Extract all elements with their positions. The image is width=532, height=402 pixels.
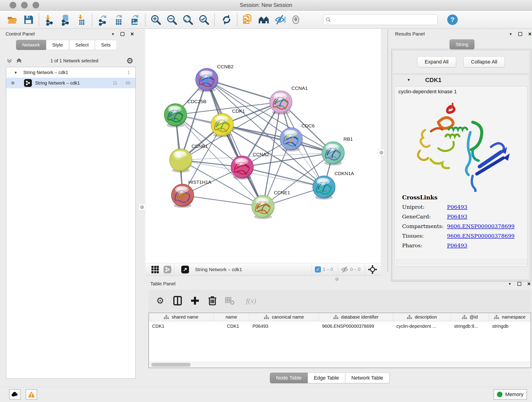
results-panel-title: Results Panel [395,31,425,37]
warning-button[interactable] [26,389,37,400]
table-hscrollbar-thumb[interactable] [151,363,191,367]
panel-close-icon[interactable]: × [527,282,531,286]
tab-network[interactable]: Network [16,40,46,50]
network-row-label: String Network – cdk1 [35,80,80,86]
network-node-CCNE1[interactable] [252,195,274,219]
zoom-fit-icon[interactable] [182,14,194,26]
table-hscrollbar[interactable] [149,362,531,368]
open-in-window-icon[interactable] [181,266,189,274]
network-status-dot [11,81,14,85]
tab-select[interactable]: Select [69,40,95,50]
panel-close-icon[interactable]: × [528,32,532,36]
network-node-CCNB1[interactable] [170,149,192,172]
table-settings-gear-icon[interactable]: ⚙ [155,295,165,306]
cloud-icon [11,392,19,397]
collapse-all-icon[interactable] [6,57,13,64]
node-table[interactable]: shared name name canonical name database… [148,313,531,368]
hide-selected-eye-icon[interactable] [274,14,286,26]
panel-float-icon[interactable] [518,32,522,36]
window-title: Session: New Session [0,2,532,8]
table-panel-title: Table Panel [150,281,176,287]
network-node-CDKN1A[interactable] [313,176,335,200]
zoom-in-icon[interactable] [150,14,162,26]
function-builder-icon: f(x) [242,295,260,306]
gene-section-header[interactable]: ▼ CDK1 [393,75,529,85]
toolbar-separator [92,13,92,26]
network-selection-status: 1 of 1 Network selected [22,58,127,64]
show-columns-icon[interactable] [172,295,183,306]
right-splitter-handle[interactable] [378,149,385,156]
collection-collapse-icon[interactable]: ▼ [14,70,17,75]
zoom-selected-icon[interactable] [198,14,210,26]
export-table-icon[interactable] [113,14,125,26]
home-icon[interactable] [258,14,270,26]
crosslink-link[interactable]: 9606.ENSP00000378699 [447,223,515,229]
panel-float-icon[interactable] [517,282,521,286]
export-network-icon[interactable] [97,14,109,26]
tab-edge-table[interactable]: Edge Table [308,373,345,383]
panel-menu-icon[interactable]: ▼ [508,282,512,286]
zoom-out-icon[interactable] [166,14,178,26]
network-edge[interactable] [207,80,263,206]
network-options-gear-icon[interactable]: ⚙ [127,57,133,65]
crosslink-link[interactable]: P06493 [447,204,467,210]
panel-menu-icon[interactable]: ▼ [111,32,115,36]
crosslink-link[interactable]: 9606.ENSP00000378699 [447,233,515,239]
network-edge[interactable] [207,80,281,102]
import-network-database-icon[interactable] [60,14,71,26]
network-edge[interactable] [242,167,324,187]
fit-crosshair-icon[interactable] [368,265,377,274]
control-panel: Control Panel ▼ × Network Style Select S… [0,29,138,381]
import-table-icon[interactable] [76,14,88,26]
panel-menu-icon[interactable]: ▼ [509,32,513,36]
main-toolbar: ? [0,11,532,29]
delete-column-icon[interactable] [207,295,218,306]
network-node-CDC25B[interactable] [164,104,187,128]
left-splitter-handle[interactable] [138,204,145,211]
string-protein-query-icon[interactable] [242,14,254,26]
network-edge[interactable] [183,195,263,206]
search-input[interactable] [333,17,435,22]
network-node-CCNA1[interactable] [270,91,292,115]
memory-button[interactable]: Memory [494,389,527,400]
expand-all-icon[interactable] [16,57,22,64]
refresh-view-icon[interactable] [221,14,233,26]
crosslink-label: Pharos: [402,242,447,249]
save-session-icon[interactable] [22,14,34,26]
crosslink-link[interactable]: P06493 [447,242,467,249]
network-canvas[interactable]: CCNB2CCNA1CDC25BCDK1CDC6RB1CCNB1CCNA2HIS… [145,29,381,263]
network-node-RB1[interactable] [322,142,344,166]
add-column-icon[interactable] [190,295,200,306]
memory-status-dot [497,392,502,397]
tab-sets[interactable]: Sets [95,40,117,50]
network-row[interactable]: String Network – cdk1 11 48 [6,78,135,88]
crosslink-link[interactable]: P06493 [447,214,467,220]
gene-name: CDK1 [425,77,442,84]
search-field[interactable] [323,14,438,25]
help-icon[interactable]: ? [447,14,458,25]
cloud-button[interactable] [9,389,21,400]
node-label-CDC25B: CDC25B [187,99,206,104]
tab-node-table[interactable]: Node Table [270,373,308,383]
search-icon [326,17,331,22]
panel-float-icon[interactable] [120,32,124,36]
open-session-icon[interactable] [6,14,18,26]
results-scrollbar[interactable] [397,259,527,264]
network-node-CDC6[interactable] [280,128,302,152]
expand-all-button[interactable]: Expand All [417,56,456,67]
network-node-HIST1H1A[interactable] [171,184,194,208]
tab-string[interactable]: String [450,39,475,50]
gene-collapse-icon[interactable]: ▼ [407,78,411,82]
network-collection-row[interactable]: ▼ String Network – cdk1 1 [6,67,135,78]
panel-close-icon[interactable]: × [130,32,134,36]
network-node-CDK1[interactable] [211,114,234,137]
export-image-icon[interactable] [129,14,141,26]
grid-view-icon[interactable] [150,264,160,275]
selected-checkbox-icon[interactable]: ✓ [315,266,321,273]
tab-style[interactable]: Style [46,40,69,50]
collapse-all-button[interactable]: Collapse All [463,56,505,67]
import-network-file-icon[interactable] [44,14,56,26]
crosslink-label: Uniprot: [402,204,447,210]
table-row[interactable]: CDK1 CDK1 P06493 9606.ENSP00000378699 cy… [149,321,531,331]
tab-network-table[interactable]: Network Table [345,373,389,383]
